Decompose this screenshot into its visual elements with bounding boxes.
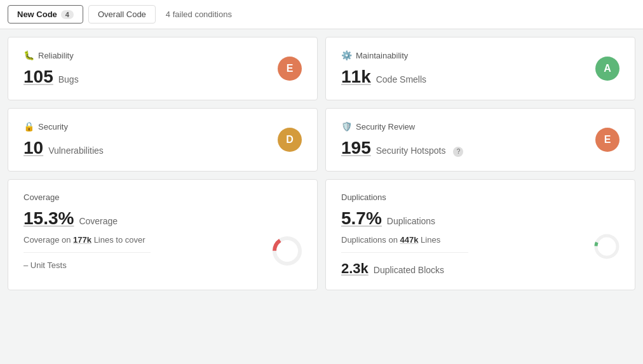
- duplications-metric: 5.7% Duplications: [341, 208, 619, 229]
- coverage-divider: [24, 252, 151, 253]
- security-review-header: 🛡️ Security Review: [341, 121, 619, 131]
- coverage-donut-chart: [270, 234, 304, 268]
- top-bar: New Code 4 Overall Code 4 failed conditi…: [0, 0, 643, 29]
- coverage-value[interactable]: 15.3%: [24, 208, 74, 229]
- duplications-sub-text: Lines: [421, 235, 440, 245]
- maintainability-card: ⚙️ Maintainability 11k Code Smells A: [325, 37, 635, 100]
- svg-point-2: [596, 236, 618, 257]
- coverage-card: Coverage 15.3% Coverage Coverage on 177k…: [8, 179, 318, 290]
- duplications-blocks-value[interactable]: 2.3k: [341, 260, 369, 277]
- duplications-title: Duplications: [341, 192, 386, 202]
- maintainability-value[interactable]: 11k: [341, 67, 371, 87]
- duplications-blocks-label: Duplicated Blocks: [374, 265, 444, 275]
- coverage-label: Coverage: [79, 216, 118, 226]
- duplications-header: Duplications: [341, 192, 619, 202]
- maintainability-header: ⚙️ Maintainability: [341, 50, 619, 60]
- failed-conditions-text: 4 failed conditions: [166, 10, 232, 19]
- reliability-grade[interactable]: E: [278, 57, 302, 81]
- security-label: Vulnerabilities: [48, 145, 104, 156]
- coverage-sub-metric: Coverage on 177k Lines to cover: [24, 235, 302, 245]
- coverage-metric: 15.3% Coverage: [24, 208, 302, 229]
- tab-new-code[interactable]: New Code 4: [8, 5, 83, 24]
- security-card: 🔒 Security 10 Vulnerabilities D: [8, 108, 318, 172]
- security-value[interactable]: 10: [24, 138, 43, 158]
- maintainability-metric: 11k Code Smells: [341, 67, 619, 87]
- maintainability-title: Maintainability: [356, 51, 408, 60]
- unit-tests-label[interactable]: – Unit Tests: [24, 260, 67, 270]
- reliability-card: 🐛 Reliability 105 Bugs E: [8, 37, 318, 100]
- duplications-sub-metric: Duplications on 447k Lines: [341, 235, 619, 245]
- security-title: Security: [38, 122, 68, 131]
- duplications-divider: [341, 252, 468, 253]
- security-review-label: Security Hotspots: [376, 145, 446, 156]
- duplications-donut-container: [592, 231, 622, 264]
- duplications-blocks-metric: 2.3k Duplicated Blocks: [341, 260, 619, 277]
- maintainability-icon: ⚙️: [341, 50, 352, 60]
- reliability-metric: 105 Bugs: [24, 67, 302, 87]
- security-icon: 🔒: [24, 121, 34, 131]
- main-content: 🐛 Reliability 105 Bugs E ⚙️ Maintainabil…: [0, 29, 643, 298]
- duplications-sub-label: Duplications on: [341, 235, 398, 245]
- coverage-sub-label: Coverage on: [24, 235, 71, 245]
- security-hotspots-help[interactable]: ?: [453, 147, 463, 157]
- reliability-value[interactable]: 105: [24, 67, 53, 87]
- duplications-card: Duplications 5.7% Duplications Duplicati…: [325, 179, 635, 290]
- tab-new-code-badge: 4: [61, 10, 74, 19]
- coverage-sub-value[interactable]: 177k: [73, 235, 91, 245]
- reliability-header: 🐛 Reliability: [24, 50, 302, 60]
- duplications-value[interactable]: 5.7%: [341, 208, 382, 229]
- security-review-card: 🛡️ Security Review 195 Security Hotspots…: [325, 108, 635, 172]
- duplications-sub-value[interactable]: 447k: [400, 235, 419, 245]
- security-review-grade[interactable]: E: [595, 128, 619, 152]
- security-grade[interactable]: D: [278, 128, 302, 152]
- coverage-unit-tests: – Unit Tests: [24, 260, 302, 270]
- tab-new-code-label: New Code: [17, 10, 57, 19]
- tab-overall-code-label: Overall Code: [98, 10, 146, 19]
- coverage-donut-container: [270, 234, 304, 271]
- security-header: 🔒 Security: [24, 121, 302, 131]
- security-review-metric: 195 Security Hotspots ?: [341, 138, 619, 158]
- coverage-header: Coverage: [24, 192, 302, 202]
- duplications-donut-chart: [592, 231, 622, 262]
- security-review-title: Security Review: [356, 122, 415, 131]
- reliability-title: Reliability: [38, 51, 74, 60]
- reliability-icon: 🐛: [24, 50, 34, 60]
- security-review-value[interactable]: 195: [341, 138, 371, 158]
- security-metric: 10 Vulnerabilities: [24, 138, 302, 158]
- duplications-label: Duplications: [387, 216, 435, 226]
- maintainability-label: Code Smells: [376, 74, 426, 84]
- maintainability-grade[interactable]: A: [595, 57, 619, 81]
- reliability-label: Bugs: [58, 74, 79, 84]
- coverage-title: Coverage: [24, 192, 59, 202]
- tab-overall-code[interactable]: Overall Code: [88, 5, 156, 24]
- security-review-icon: 🛡️: [341, 121, 352, 131]
- coverage-sub-text: Lines to cover: [94, 235, 146, 245]
